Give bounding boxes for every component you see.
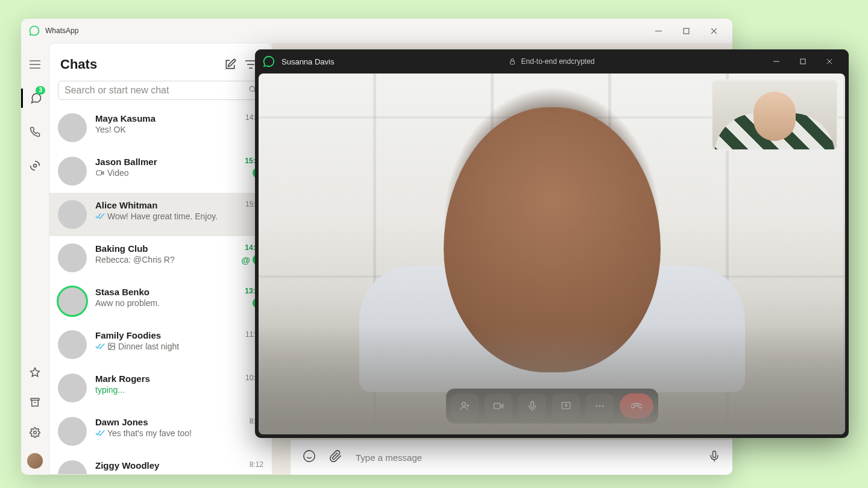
add-participant-button[interactable] — [451, 393, 479, 419]
chat-item[interactable]: Ziggy Woodley8:12 — [49, 453, 272, 474]
chat-name: Dawn Jones — [95, 417, 231, 427]
main-titlebar: WhatsApp — [21, 19, 732, 43]
chat-avatar — [58, 330, 87, 359]
chat-preview: Dinner last night — [95, 342, 231, 351]
encryption-indicator: End-to-end endcrypted — [255, 57, 849, 66]
chat-name: Stasa Benko — [95, 287, 231, 297]
chat-item[interactable]: Baking ClubRebecca: @Chris R?14:43@1 — [49, 236, 272, 280]
lock-icon — [509, 58, 516, 65]
more-options-button[interactable] — [586, 393, 614, 419]
emoji-button[interactable] — [303, 449, 316, 465]
menu-button[interactable] — [21, 55, 49, 74]
chat-preview: Yes! OK — [95, 125, 231, 134]
voice-record-button[interactable] — [708, 450, 720, 465]
chat-name: Maya Kasuma — [95, 113, 231, 124]
chat-name: Family Foodies — [95, 330, 231, 340]
window-close-button[interactable] — [700, 21, 728, 40]
chat-item[interactable]: Alice Whitman Wow! Have great time. Enjo… — [49, 193, 272, 236]
svg-point-1 — [34, 164, 37, 167]
profile-avatar[interactable] — [27, 453, 43, 469]
chat-preview: typing... — [95, 385, 231, 395]
starred-button[interactable] — [21, 363, 49, 382]
chat-avatar — [58, 243, 87, 272]
search-input[interactable]: Search or start new chat — [58, 81, 263, 100]
chats-heading: Chats — [60, 57, 97, 72]
toggle-mic-button[interactable] — [518, 393, 546, 419]
status-tab[interactable] — [21, 156, 49, 175]
svg-marker-2 — [31, 368, 40, 377]
whatsapp-logo-icon — [262, 55, 275, 68]
call-contact-name: Susanna Davis — [281, 57, 334, 66]
svg-point-4 — [250, 86, 254, 91]
chat-avatar — [58, 460, 87, 474]
svg-point-11 — [462, 402, 465, 406]
chat-item[interactable]: Family Foodies Dinner last night11:25 — [49, 323, 272, 366]
chat-avatar — [58, 157, 87, 186]
chat-preview: Aww no problem. — [95, 298, 231, 308]
chat-name: Jason Ballmer — [95, 157, 231, 167]
svg-point-7 — [110, 345, 111, 346]
message-input[interactable]: Type a message — [356, 452, 695, 463]
chat-avatar — [58, 417, 87, 446]
whatsapp-logo-icon — [28, 25, 40, 37]
chat-item[interactable]: Mark Rogerstyping...10:55 — [49, 366, 272, 410]
chat-avatar — [58, 113, 87, 142]
chat-name: Alice Whitman — [95, 200, 231, 210]
svg-rect-13 — [562, 402, 570, 409]
call-controls — [446, 389, 658, 424]
mention-icon: @ — [241, 255, 250, 265]
call-close-button[interactable] — [816, 52, 843, 70]
chat-time: 8:12 — [250, 460, 263, 469]
chat-avatar — [58, 374, 87, 402]
svg-point-16 — [602, 405, 603, 407]
window-maximize-button[interactable] — [672, 21, 700, 40]
chat-preview: Yes that's my fave too! — [95, 428, 231, 438]
video-call-window: Susanna Davis End-to-end endcrypted — [255, 49, 849, 438]
svg-point-3 — [34, 431, 37, 434]
calls-tab[interactable] — [21, 122, 49, 142]
chat-avatar — [58, 287, 87, 316]
svg-point-8 — [304, 451, 315, 461]
chat-item[interactable]: Dawn Jones Yes that's my fave too!8:32 — [49, 410, 272, 453]
chat-item[interactable]: Maya KasumaYes! OK14:55 — [49, 106, 272, 149]
new-chat-button[interactable] — [220, 54, 241, 75]
settings-button[interactable] — [21, 423, 49, 442]
chat-preview: Rebecca: @Chris R? — [95, 255, 231, 264]
end-call-button[interactable] — [620, 393, 653, 419]
chat-avatar — [58, 200, 87, 229]
chat-item[interactable]: Stasa BenkoAww no problem.13:552 — [49, 280, 272, 323]
chat-list-panel: Chats Search or start new chat Maya Kasu… — [49, 43, 272, 475]
chat-preview: Video — [95, 168, 231, 178]
chat-name: Ziggy Woodley — [95, 460, 231, 471]
chats-unread-badge: 3 — [36, 86, 45, 95]
svg-point-15 — [599, 405, 600, 407]
encryption-label: End-to-end endcrypted — [521, 57, 594, 66]
svg-rect-0 — [684, 28, 689, 34]
left-rail: 3 — [21, 43, 49, 475]
share-screen-button[interactable] — [552, 393, 580, 419]
self-video-pip[interactable] — [711, 80, 838, 151]
toggle-camera-button[interactable] — [485, 393, 512, 419]
chat-name: Baking Club — [95, 243, 231, 254]
chat-name: Mark Rogers — [95, 374, 231, 384]
remote-video — [259, 74, 845, 434]
svg-point-14 — [596, 405, 597, 407]
call-titlebar: Susanna Davis End-to-end endcrypted — [255, 49, 849, 74]
call-minimize-button[interactable] — [763, 52, 790, 70]
chats-tab[interactable]: 3 — [21, 89, 49, 108]
call-maximize-button[interactable] — [790, 52, 816, 70]
message-composer: Type a message — [291, 440, 732, 475]
window-minimize-button[interactable] — [644, 21, 672, 40]
svg-rect-9 — [511, 61, 515, 64]
chat-preview: Wow! Have great time. Enjoy. — [95, 211, 231, 221]
svg-rect-12 — [494, 404, 500, 409]
attach-button[interactable] — [329, 449, 342, 465]
archive-button[interactable] — [21, 393, 49, 412]
chat-list: Maya KasumaYes! OK14:55Jason Ballmer Vid… — [49, 106, 272, 474]
search-placeholder: Search or start new chat — [64, 85, 169, 96]
app-name: WhatsApp — [45, 27, 78, 35]
chat-item[interactable]: Jason Ballmer Video15:213 — [49, 149, 272, 193]
svg-rect-10 — [800, 59, 805, 64]
svg-rect-5 — [96, 171, 101, 175]
